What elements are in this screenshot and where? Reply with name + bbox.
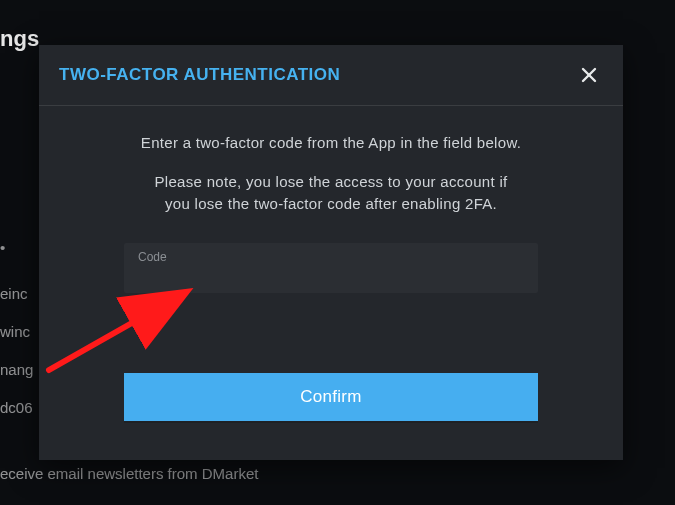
- code-field-container: Code: [124, 243, 538, 293]
- confirm-button[interactable]: Confirm: [124, 373, 538, 421]
- modal-header: TWO-FACTOR AUTHENTICATION: [39, 45, 623, 106]
- modal-body: Enter a two-factor code from the App in …: [39, 106, 623, 421]
- bg-text-fragment: dc06: [0, 398, 33, 418]
- instruction-text-2a: Please note, you lose the access to your…: [155, 173, 508, 190]
- bg-text-fragment: winc: [0, 322, 30, 342]
- modal-title: TWO-FACTOR AUTHENTICATION: [59, 65, 340, 85]
- bg-text-fragment: •: [0, 238, 5, 258]
- close-icon: [581, 67, 597, 83]
- instruction-text-1: Enter a two-factor code from the App in …: [69, 134, 593, 151]
- bg-text-fragment: nang: [0, 360, 33, 380]
- code-input[interactable]: [124, 243, 538, 293]
- bg-newsletter-text: eceive email newsletters from DMarket: [0, 464, 258, 484]
- bg-text-fragment: einc: [0, 284, 28, 304]
- close-button[interactable]: [577, 63, 601, 87]
- instruction-text-2b: you lose the two-factor code after enabl…: [165, 195, 497, 212]
- page-heading-fragment: ngs: [0, 26, 39, 52]
- two-factor-auth-modal: TWO-FACTOR AUTHENTICATION Enter a two-fa…: [39, 45, 623, 460]
- instruction-text-2: Please note, you lose the access to your…: [69, 171, 593, 215]
